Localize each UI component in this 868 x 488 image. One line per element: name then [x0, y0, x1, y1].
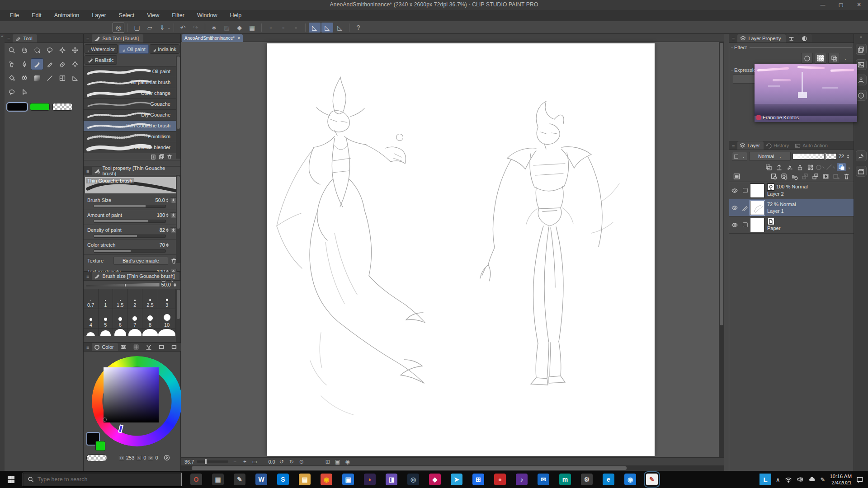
menu-item[interactable]: Animation [48, 10, 86, 21]
redo-icon[interactable]: ↷ [190, 23, 202, 33]
opacity-slider[interactable] [793, 153, 837, 160]
fill-tool-icon[interactable] [6, 73, 18, 84]
tool-property-scrollbar[interactable] [176, 175, 180, 263]
brush-list-item[interactable]: Gouache [84, 99, 180, 110]
taskbar-app-settings[interactable]: ⚙ [581, 474, 593, 485]
taskbar-app-edge[interactable]: e [603, 474, 614, 485]
clear-icon[interactable]: ∗ [208, 23, 220, 33]
panel-menu-icon[interactable]: ≡ [84, 36, 92, 42]
layer-property-tab[interactable]: Layer Property [737, 34, 785, 42]
panel-menu-icon[interactable]: ≡ [84, 345, 92, 351]
taskbar-app-camera[interactable]: ◉ [624, 474, 636, 485]
opacity-value[interactable]: 72 [839, 154, 844, 159]
tray-clock[interactable]: 10:16 AM 2/4/2021 [830, 473, 852, 486]
selection-expand-icon[interactable]: ▫ [290, 23, 302, 33]
search-input[interactable] [38, 476, 164, 483]
taskbar-app-notes[interactable]: ✎ [234, 474, 245, 485]
material-panel-icon[interactable] [856, 59, 867, 70]
brush-list-item[interactable]: Gouache blender [84, 142, 180, 153]
menu-item[interactable]: Help [223, 10, 248, 21]
airbrush-tool-icon[interactable] [6, 59, 18, 70]
property-slider[interactable] [94, 235, 166, 238]
pen-tool-icon[interactable] [19, 59, 30, 70]
brush-size-cell[interactable]: 2 [128, 289, 143, 309]
lock-layer-icon[interactable] [795, 163, 804, 171]
brush-size-cell[interactable]: 1 [99, 289, 113, 309]
brush-size-cell[interactable]: 8 [142, 309, 158, 329]
taskbar-search[interactable] [23, 473, 182, 486]
layer-color-effect-icon[interactable] [828, 53, 840, 64]
lock-transparent-pixels-icon[interactable] [806, 163, 815, 171]
brush-size-cell[interactable]: 15 [99, 329, 113, 336]
ruler-range-icon[interactable] [826, 163, 835, 171]
timeline-icon[interactable] [856, 166, 867, 177]
quick-access-icon[interactable] [856, 44, 867, 55]
deselect-icon[interactable]: ▨ [221, 23, 233, 33]
halftone-tab[interactable] [799, 34, 812, 42]
taskbar-app-firefox[interactable]: ◗ [364, 474, 376, 485]
lasso-tool-icon[interactable] [44, 45, 56, 56]
brush-size-scrollbar[interactable] [176, 289, 180, 342]
visibility-eye-icon[interactable] [729, 188, 740, 194]
border-effect-icon[interactable] [801, 53, 813, 64]
auto-action-tab[interactable]: Auto Action [793, 141, 831, 150]
figure-tool-icon[interactable] [44, 73, 56, 84]
spinner-arrows[interactable] [166, 198, 169, 202]
tray-expand-chevron-icon[interactable]: ∧ [776, 476, 780, 483]
panel-menu-icon[interactable]: ≡ [84, 274, 92, 280]
start-button[interactable] [0, 471, 22, 488]
drawing-canvas[interactable] [267, 43, 655, 456]
layer-tab[interactable]: Layer [737, 141, 764, 150]
sub-color-swatch[interactable] [30, 103, 50, 111]
rotation-value[interactable]: 0.0 [268, 459, 275, 465]
layer-mask-icon[interactable] [821, 172, 830, 180]
zoom-value[interactable]: 36.7 [184, 459, 194, 465]
property-slider[interactable] [94, 220, 166, 223]
fit-to-screen-icon[interactable]: ▭ [251, 459, 258, 465]
transparent-swatch[interactable] [86, 455, 107, 461]
panel-menu-icon[interactable]: ≡ [729, 36, 737, 42]
brush-size-cell[interactable]: 20 [128, 329, 143, 336]
decoration-tool-icon[interactable] [69, 59, 81, 70]
subtool-group-tab[interactable]: Oil paint [119, 44, 149, 54]
add-subtool-icon[interactable] [151, 154, 156, 160]
help-icon[interactable]: ? [353, 23, 364, 33]
brush-list-item[interactable]: Dry Gouache [84, 110, 180, 121]
tone-effect-icon[interactable] [815, 53, 826, 64]
panel-menu-icon[interactable]: ≡ [84, 169, 92, 175]
eraser-tool-icon[interactable] [57, 59, 68, 70]
layer-checkbox[interactable] [740, 222, 750, 227]
gradient-tool-icon[interactable] [31, 73, 43, 84]
spinner-arrows[interactable] [174, 283, 176, 287]
panel-collapse-strip-right[interactable]: » [854, 34, 868, 39]
zoom-slider[interactable] [197, 460, 228, 463]
taskbar-app-paint[interactable]: ◨ [386, 474, 397, 485]
new-file-icon[interactable]: ▢ [131, 23, 143, 33]
taskbar-app-skype[interactable]: S [277, 474, 289, 485]
main-color-swatch[interactable] [7, 103, 27, 111]
saturation-value-square[interactable] [104, 367, 159, 422]
wifi-icon[interactable] [785, 476, 792, 483]
visibility-eye-icon[interactable] [729, 205, 740, 211]
intermediate-color-tab[interactable] [143, 343, 156, 351]
effect-dropdown-chevron[interactable]: ⌄ [842, 53, 849, 64]
layer-thumbnail[interactable] [750, 183, 764, 198]
property-value[interactable]: 50.0 [156, 197, 165, 203]
subtool-group-tab[interactable]: Watercolor [85, 44, 118, 54]
property-slider[interactable] [94, 249, 166, 253]
clip-to-layer-below-icon[interactable] [764, 163, 773, 171]
taskbar-app-steam[interactable]: ◎ [407, 474, 419, 485]
brush-tool-icon[interactable] [31, 59, 43, 70]
canvas-vertical-scrollbar[interactable] [719, 42, 724, 457]
brush-size-cell[interactable]: 6 [113, 309, 128, 329]
color-slider-tab[interactable] [118, 343, 131, 351]
selection-rect-icon[interactable]: ▫ [265, 23, 277, 33]
property-value[interactable]: 70 [160, 242, 165, 248]
snap-grid-icon[interactable]: ◺ [334, 23, 346, 33]
subtool-group-tab[interactable]: Realistic [85, 55, 117, 65]
sv-indicator[interactable] [103, 418, 107, 422]
taskbar-app-photos[interactable]: ▣ [342, 474, 354, 485]
selection-shrink-icon[interactable]: ▫ [278, 23, 289, 33]
rotate-canvas-tool-icon[interactable] [31, 45, 43, 56]
tone-settings-tab[interactable] [786, 34, 799, 42]
